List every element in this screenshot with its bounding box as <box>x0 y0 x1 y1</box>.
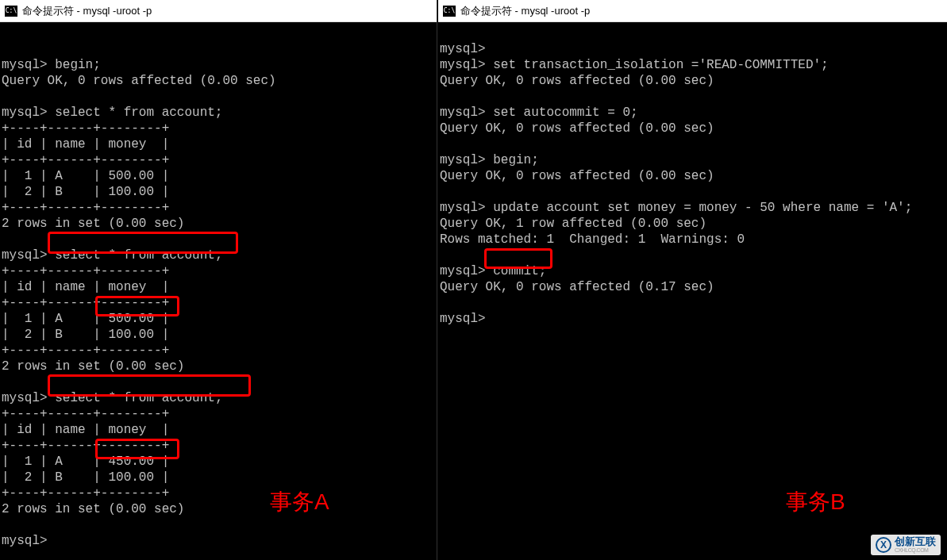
watermark-text-cn: 创新互联 <box>895 536 936 547</box>
left-terminal-content[interactable]: mysql> begin; Query OK, 0 rows affected … <box>0 22 437 560</box>
right-terminal-content[interactable]: mysql> mysql> set transaction_isolation … <box>438 22 947 362</box>
terminal-line: mysql> <box>440 312 486 326</box>
terminal-line: +----+------+--------+ <box>2 264 169 278</box>
terminal-line: Query OK, 0 rows affected (0.00 sec) <box>440 169 714 183</box>
label-transaction-a: 事务A <box>270 487 329 517</box>
terminal-line: | 1 | A | 500.00 | <box>2 169 169 183</box>
terminal-line: mysql> update account set money = money … <box>440 201 912 215</box>
terminal-line: +----+------+--------+ <box>2 201 169 215</box>
terminal-line: mysql> <box>440 42 486 56</box>
watermark-logo-icon: X <box>876 537 891 553</box>
terminal-line: +----+------+--------+ <box>2 439 169 453</box>
watermark: X 创新互联 CXHLCQ.COM <box>871 535 941 555</box>
terminal-line: | id | name | money | <box>2 137 169 152</box>
terminal-line: mysql> <box>2 534 48 548</box>
watermark-text-en: CXHLCQ.COM <box>895 547 936 554</box>
terminal-line: +----+------+--------+ <box>2 296 169 310</box>
terminal-line: | 2 | B | 100.00 | <box>2 470 169 485</box>
terminal-line: mysql> select * from account; <box>2 105 222 120</box>
terminal-line: mysql> select * from account; <box>2 391 222 405</box>
terminal-line: Query OK, 0 rows affected (0.00 sec) <box>440 74 714 88</box>
right-window-title: 命令提示符 - mysql -uroot -p <box>460 4 590 18</box>
terminal-line: Query OK, 1 row affected (0.00 sec) <box>440 217 706 231</box>
terminal-line: | 2 | B | 100.00 | <box>2 185 169 199</box>
terminal-line: 2 rows in set (0.00 sec) <box>2 502 184 516</box>
terminal-line: 2 rows in set (0.00 sec) <box>2 359 184 374</box>
terminal-line: | 2 | B | 100.00 | <box>2 328 169 342</box>
left-titlebar[interactable]: C:\ 命令提示符 - mysql -uroot -p <box>0 0 437 22</box>
terminal-line: Rows matched: 1 Changed: 1 Warnings: 0 <box>440 232 745 247</box>
terminal-line: +----+------+--------+ <box>2 486 169 501</box>
right-titlebar[interactable]: C:\ 命令提示符 - mysql -uroot -p <box>438 0 947 22</box>
label-transaction-b: 事务B <box>786 487 845 517</box>
terminal-line: Query OK, 0 rows affected (0.00 sec) <box>440 121 714 136</box>
terminal-line: mysql> set autocommit = 0; <box>440 105 638 120</box>
right-terminal-window: C:\ 命令提示符 - mysql -uroot -p mysql> mysql… <box>438 0 947 560</box>
terminal-line: | 1 | A | 500.00 | <box>2 312 169 326</box>
terminal-line: | id | name | money | <box>2 423 169 437</box>
terminal-line: mysql> set transaction_isolation ='READ-… <box>440 58 829 72</box>
terminal-line: mysql> begin; <box>440 153 539 167</box>
cmd-icon: C:\ <box>443 6 456 17</box>
terminal-line: +----+------+--------+ <box>2 407 169 421</box>
terminal-line: Query OK, 0 rows affected (0.00 sec) <box>2 74 276 88</box>
terminal-line: mysql> commit; <box>440 264 546 278</box>
terminal-line: Query OK, 0 rows affected (0.17 sec) <box>440 280 714 294</box>
terminal-line: +----+------+--------+ <box>2 153 169 167</box>
terminal-line: | 1 | A | 450.00 | <box>2 455 169 469</box>
terminal-line: 2 rows in set (0.00 sec) <box>2 217 184 231</box>
terminal-line: mysql> begin; <box>2 58 101 72</box>
terminal-line: | id | name | money | <box>2 280 169 294</box>
cmd-icon: C:\ <box>5 6 17 17</box>
terminal-line: +----+------+--------+ <box>2 343 169 358</box>
left-window-title: 命令提示符 - mysql -uroot -p <box>22 4 152 18</box>
terminal-line: +----+------+--------+ <box>2 121 169 136</box>
terminal-line: mysql> select * from account; <box>2 248 222 263</box>
left-terminal-window: C:\ 命令提示符 - mysql -uroot -p mysql> begin… <box>0 0 437 560</box>
